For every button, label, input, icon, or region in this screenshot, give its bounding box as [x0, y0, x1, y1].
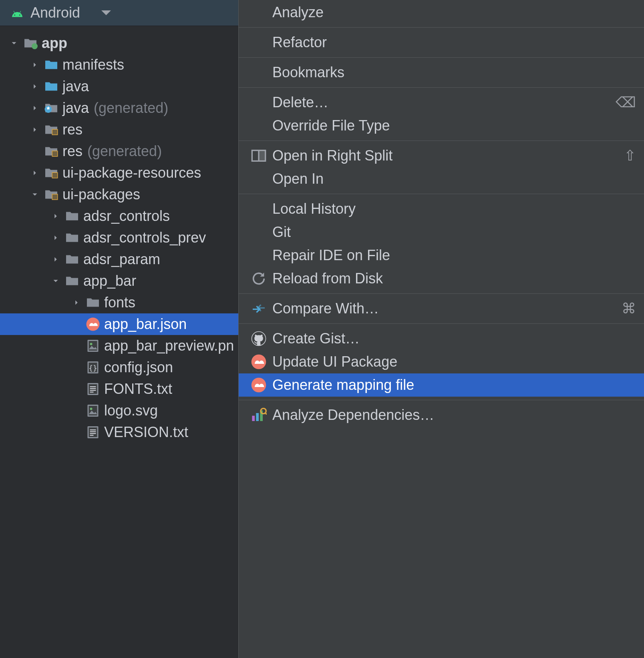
text-file-icon: [86, 425, 100, 439]
menu-item[interactable]: Git: [239, 221, 644, 244]
tree-item-suffix: (generated): [94, 100, 168, 116]
folder-grey-icon: [65, 274, 79, 288]
menu-item[interactable]: Update UI Package: [239, 350, 644, 373]
menu-item-label: Bookmarks: [272, 64, 344, 81]
tree-item[interactable]: app: [0, 32, 238, 54]
relay-pink-icon: [251, 377, 267, 393]
relay-pink-icon: [251, 354, 267, 370]
chevron-right-icon[interactable]: [49, 253, 62, 266]
menu-item[interactable]: Analyze: [239, 1, 644, 24]
tree-item[interactable]: manifests: [0, 54, 238, 76]
view-selector[interactable]: Android: [0, 0, 238, 26]
folder-grey-icon: [65, 252, 79, 267]
menu-item-label: Git: [272, 224, 291, 241]
chevron-right-icon[interactable]: [28, 166, 42, 180]
tree-item[interactable]: res: [0, 119, 238, 140]
menu-separator: [239, 57, 644, 58]
tree-item[interactable]: FONTS.txt: [0, 378, 238, 400]
chevron-down-icon[interactable]: [28, 188, 42, 201]
menu-item-label: Reload from Disk: [272, 270, 383, 287]
tree-item-label: res: [62, 121, 83, 138]
menu-separator: [239, 27, 644, 28]
chevron-right-icon[interactable]: [70, 296, 83, 309]
tree-item-label: adsr_controls_prev: [83, 229, 206, 246]
menu-item-shortcut: ⇧: [624, 147, 636, 164]
tree-item[interactable]: app_bar: [0, 270, 238, 292]
json-file-icon: {}: [86, 360, 100, 375]
tree-item[interactable]: java: [0, 76, 238, 97]
menu-item[interactable]: Generate mapping file: [239, 373, 644, 397]
tree-item[interactable]: {}config.json: [0, 357, 238, 378]
tree-item-label: app_bar_preview.pn: [104, 337, 234, 354]
folder-gen-icon: [44, 101, 58, 115]
folder-grey-icon: [65, 209, 79, 223]
menu-item[interactable]: Delete…⌫: [239, 91, 644, 114]
menu-item[interactable]: Create Gist…: [239, 327, 644, 350]
menu-item[interactable]: Analyze Dependencies…: [239, 403, 644, 427]
tree-item-label: app: [42, 35, 67, 52]
tree-item[interactable]: res(generated): [0, 140, 238, 162]
android-icon: [11, 7, 23, 19]
menu-item-label: Generate mapping file: [272, 377, 414, 393]
tree-item[interactable]: adsr_controls: [0, 205, 238, 227]
tree-item-label: VERSION.txt: [104, 424, 188, 441]
tree-item[interactable]: ui-package-resources: [0, 162, 238, 184]
menu-item[interactable]: Refactor: [239, 31, 644, 54]
folder-res-icon: [44, 122, 58, 137]
chevron-right-icon[interactable]: [49, 209, 62, 223]
compare-icon: [251, 301, 267, 317]
chevron-down-icon[interactable]: [49, 274, 62, 288]
project-tree: appmanifestsjavajava(generated)resres(ge…: [0, 26, 238, 658]
github-icon: [251, 331, 267, 347]
menu-separator: [239, 293, 644, 294]
reload-icon: [251, 271, 267, 287]
menu-item-label: Local History: [272, 201, 356, 217]
tree-item-label: manifests: [62, 56, 124, 73]
chevron-right-icon[interactable]: [49, 231, 62, 245]
menu-item[interactable]: Open In: [239, 167, 644, 191]
svg-rect-21: [259, 150, 266, 161]
tree-item[interactable]: fonts: [0, 292, 238, 313]
analyze-deps-icon: [251, 407, 267, 423]
split-right-icon: [251, 148, 267, 164]
text-file-icon: [86, 382, 100, 396]
tree-item-label: ui-package-resources: [62, 164, 201, 181]
tree-item-label: java: [62, 78, 89, 95]
chevron-down-icon[interactable]: [7, 36, 21, 50]
chevron-right-icon[interactable]: [28, 80, 42, 93]
tree-item[interactable]: logo.svg: [0, 400, 238, 421]
chevron-right-icon[interactable]: [28, 101, 42, 115]
tree-item[interactable]: app_bar.json: [0, 313, 238, 335]
menu-item[interactable]: Compare With…⌘: [239, 297, 644, 320]
tree-item-label: java: [62, 100, 89, 116]
menu-item[interactable]: Bookmarks: [239, 61, 644, 84]
module-folder-icon: [23, 36, 38, 50]
menu-item[interactable]: Reload from Disk: [239, 267, 644, 290]
svg-point-17: [90, 408, 93, 410]
menu-item[interactable]: Repair IDE on File: [239, 244, 644, 267]
menu-item-shortcut: ⌫: [616, 94, 636, 111]
tree-item[interactable]: java(generated): [0, 97, 238, 119]
folder-res-icon: [44, 187, 58, 202]
chevron-right-icon[interactable]: [28, 123, 42, 136]
svg-point-0: [32, 43, 38, 49]
menu-item-label: Repair IDE on File: [272, 247, 390, 264]
tree-item-label: res: [62, 143, 83, 160]
chevron-down-icon: [101, 10, 111, 15]
tree-item[interactable]: ui-packages: [0, 184, 238, 205]
menu-item[interactable]: Open in Right Split⇧: [239, 144, 644, 167]
tree-item[interactable]: adsr_param: [0, 249, 238, 270]
menu-item[interactable]: Local History: [239, 197, 644, 221]
menu-separator: [239, 87, 644, 88]
chevron-right-icon[interactable]: [28, 58, 42, 72]
svg-line-30: [266, 413, 267, 414]
menu-item[interactable]: Override File Type: [239, 114, 644, 137]
tree-item-label: logo.svg: [104, 402, 158, 419]
tree-item[interactable]: app_bar_preview.pn: [0, 335, 238, 357]
tree-item[interactable]: VERSION.txt: [0, 421, 238, 443]
project-tool-window: Android appmanifestsjavajava(generated)r…: [0, 0, 238, 658]
menu-item-label: Delete…: [272, 94, 328, 111]
tree-item[interactable]: adsr_controls_prev: [0, 227, 238, 249]
menu-separator: [239, 400, 644, 400]
menu-item-label: Analyze: [272, 4, 324, 21]
